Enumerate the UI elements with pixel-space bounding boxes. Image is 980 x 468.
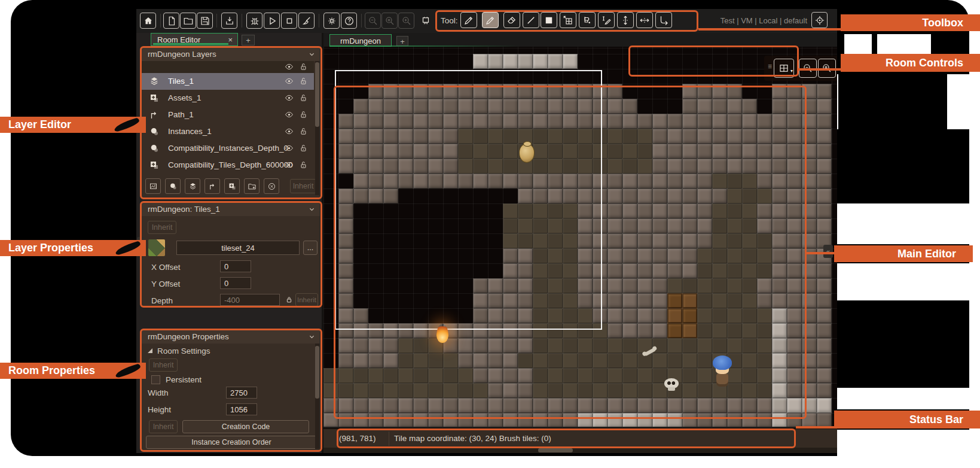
stop-button[interactable] (281, 13, 297, 29)
add-asset-layer-button[interactable] (224, 178, 240, 194)
tileset-browse-button[interactable]: ... (303, 241, 317, 255)
tab-room-editor[interactable]: Room Editor × (151, 33, 238, 46)
home-button[interactable] (140, 13, 156, 29)
tile (637, 189, 652, 203)
zoom-in-button[interactable] (398, 13, 414, 29)
eye-icon[interactable] (285, 62, 294, 71)
zoom-reset-button[interactable] (381, 13, 398, 29)
tile (712, 323, 727, 338)
scrollbar-thumb[interactable] (538, 448, 573, 452)
layer-row-compat-tiles[interactable]: Compatibility_Tiles_Depth_600000 (142, 157, 314, 174)
layer-row-compat-instances[interactable]: Compatibility_Instances_Depth_0 (142, 140, 314, 157)
creation-inherit-button[interactable]: Inherit (149, 420, 178, 433)
creation-code-button[interactable]: Creation Code (182, 420, 309, 433)
fill-tool[interactable] (579, 12, 596, 28)
grip-icon[interactable]: ≡ (768, 62, 772, 71)
layer-inherit-button[interactable]: Inherit (148, 221, 176, 234)
eye-icon[interactable] (285, 77, 294, 86)
mirror-horizontal-tool[interactable] (636, 12, 653, 28)
height-input[interactable]: 1056 (226, 403, 257, 415)
room-canvas[interactable]: ≡ ▾ « (323, 47, 837, 427)
y-offset-input[interactable]: 0 (220, 277, 251, 289)
lock-open-icon[interactable] (299, 160, 308, 169)
settings-button[interactable] (323, 13, 340, 29)
layer-properties-header[interactable]: rmDungeon: Tiles_1 (142, 203, 320, 216)
horizontal-scrollbar[interactable] (323, 448, 837, 453)
collapse-right-panel-handle[interactable]: « (823, 245, 833, 258)
room-properties-header[interactable]: rmDungeon Properties (142, 330, 320, 344)
tile (802, 263, 817, 278)
lock-open-icon[interactable] (299, 62, 308, 71)
delete-layer-button[interactable] (264, 178, 279, 194)
label-layer-properties: Layer Properties (0, 240, 146, 256)
instance-creation-order-button[interactable]: Instance Creation Order (146, 436, 317, 449)
rotate-tool[interactable] (655, 12, 672, 28)
tile (757, 233, 772, 248)
eye-icon[interactable] (285, 127, 294, 136)
clean-button[interactable] (298, 13, 315, 29)
device-manager-button[interactable] (417, 13, 433, 29)
tab-rmdungeon[interactable]: rmDungeon (329, 34, 392, 47)
rectangle-tool[interactable] (541, 12, 557, 28)
depth-inherit-button[interactable]: Inherit (295, 293, 318, 306)
add-instance-layer-button[interactable] (165, 178, 181, 194)
add-tile-layer-button[interactable] (185, 178, 200, 194)
lock-closed-icon[interactable] (285, 295, 294, 304)
zoom-out-button[interactable] (365, 13, 381, 29)
lock-open-icon[interactable] (299, 77, 308, 86)
line-tool[interactable] (523, 12, 539, 28)
new-room-tab-button[interactable]: + (396, 36, 408, 46)
width-input[interactable]: 2750 (226, 387, 257, 399)
room-inherit-button[interactable]: Inherit (149, 358, 178, 372)
eye-icon[interactable] (285, 110, 294, 119)
pencil-tool[interactable] (482, 12, 499, 28)
new-project-button[interactable] (163, 13, 179, 29)
tile-stamp-tool[interactable] (560, 12, 576, 28)
eraser-tool[interactable] (503, 12, 520, 28)
add-path-layer-button[interactable] (204, 178, 220, 194)
layer-row-tiles-1[interactable]: Tiles_1 (142, 73, 314, 90)
help-button[interactable] (341, 13, 357, 29)
mirror-vertical-tool[interactable] (617, 12, 634, 28)
lock-open-icon[interactable] (299, 127, 308, 136)
lock-open-icon[interactable] (299, 93, 308, 102)
x-offset-input[interactable]: 0 (220, 260, 251, 272)
layers-inherit-button[interactable]: Inherit (290, 179, 316, 193)
selection-pencil-tool[interactable] (460, 12, 477, 28)
eye-icon[interactable] (285, 93, 294, 102)
mirror-horizontal-icon (639, 15, 650, 26)
debug-button[interactable] (246, 13, 262, 29)
room-props-scrollbar[interactable] (315, 344, 319, 449)
new-workspace-tab-button[interactable]: + (242, 35, 255, 45)
run-button[interactable] (264, 13, 280, 29)
tile (607, 129, 622, 144)
add-background-layer-button[interactable] (145, 178, 161, 194)
depth-input[interactable]: -400 (220, 294, 280, 306)
layer-row-instances-1[interactable]: Instances_1 (142, 123, 314, 140)
tile (637, 99, 652, 114)
save-project-button[interactable] (197, 13, 213, 29)
eye-icon[interactable] (285, 160, 294, 169)
layer-row-root[interactable] (142, 61, 314, 73)
tile (772, 368, 787, 383)
target-manager-button[interactable] (811, 12, 828, 28)
expand-triangle-icon[interactable] (148, 348, 152, 353)
persistent-checkbox[interactable] (151, 375, 160, 384)
tile (787, 338, 802, 353)
open-project-button[interactable] (180, 13, 196, 29)
layers-panel-header[interactable]: rmDungeon Layers (142, 48, 320, 61)
lock-open-icon[interactable] (299, 144, 308, 153)
layers-scrollbar[interactable] (315, 61, 319, 195)
create-executable-button[interactable] (221, 13, 237, 29)
layer-row-assets-1[interactable]: Assets_1 (142, 90, 314, 107)
close-icon[interactable]: × (228, 35, 233, 44)
tileset-select[interactable]: tileset_24 (176, 241, 300, 255)
tile (787, 323, 802, 338)
brush-swoosh (113, 117, 141, 132)
grid-options-button[interactable]: ▾ (774, 59, 794, 78)
eye-icon[interactable] (285, 144, 294, 153)
layer-row-path-1[interactable]: Path_1 (142, 107, 314, 123)
edit-brush-tool[interactable] (598, 12, 615, 28)
lock-open-icon[interactable] (299, 110, 308, 119)
add-layer-folder-button[interactable] (244, 178, 259, 194)
